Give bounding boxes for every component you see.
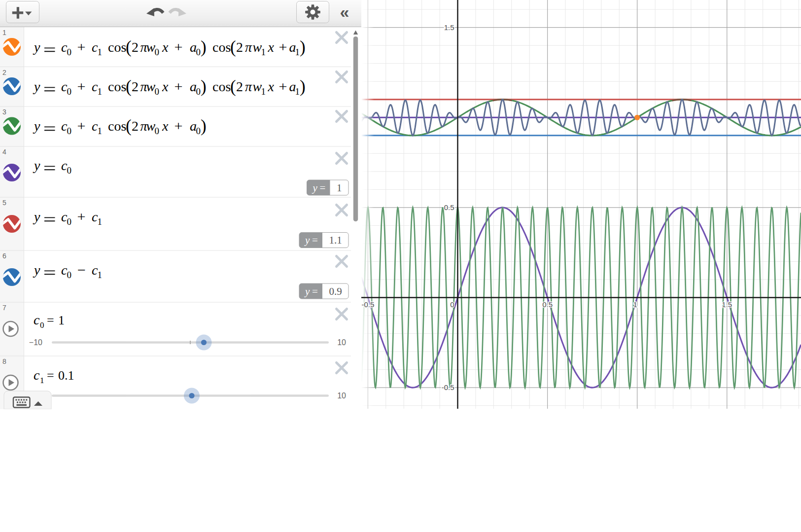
svg-text:(: ( — [230, 37, 236, 57]
svg-text:): ) — [201, 37, 207, 57]
svg-text:0: 0 — [67, 270, 72, 280]
svg-text:=: = — [47, 313, 54, 327]
svg-text:+: + — [77, 209, 86, 224]
svg-text:c: c — [34, 367, 40, 383]
svg-text:cos: cos — [212, 79, 231, 94]
svg-text:y: y — [33, 262, 40, 278]
svg-text:0: 0 — [67, 47, 72, 57]
svg-text:0: 0 — [196, 86, 201, 97]
svg-text:cos: cos — [108, 118, 126, 134]
svg-text:0: 0 — [196, 47, 201, 57]
svg-text:0: 0 — [155, 126, 160, 136]
svg-text:y: y — [304, 234, 310, 246]
svg-text:(: ( — [230, 77, 236, 96]
svg-text:x: x — [268, 79, 275, 94]
svg-text:1: 1 — [98, 126, 103, 136]
svg-text:1: 1 — [58, 313, 65, 327]
svg-text:+: + — [77, 39, 86, 55]
svg-text:1: 1 — [261, 47, 266, 57]
svg-text:0: 0 — [67, 165, 72, 176]
svg-text:0: 0 — [155, 86, 160, 97]
svg-text:+: + — [77, 79, 86, 94]
svg-text:2: 2 — [132, 118, 139, 134]
svg-text:x: x — [162, 118, 169, 134]
svg-text:10: 10 — [337, 338, 346, 347]
svg-text:0: 0 — [196, 126, 201, 136]
svg-text:0.9: 0.9 — [329, 285, 342, 297]
svg-text:y: y — [33, 158, 40, 173]
svg-text:1: 1 — [633, 300, 637, 309]
svg-text:6: 6 — [2, 252, 6, 260]
svg-text:): ) — [300, 37, 306, 57]
svg-text:x: x — [162, 39, 169, 55]
svg-text:1: 1 — [261, 86, 266, 97]
svg-text:=: = — [320, 182, 326, 194]
svg-text:0: 0 — [155, 47, 160, 57]
svg-text:2: 2 — [2, 69, 6, 76]
svg-text:-0.5: -0.5 — [442, 383, 454, 391]
svg-text:4: 4 — [2, 148, 6, 156]
svg-text:y: y — [304, 285, 310, 297]
svg-text:(: ( — [126, 116, 132, 136]
svg-text:π: π — [245, 79, 252, 94]
svg-text:x: x — [268, 39, 275, 55]
svg-text:«: « — [340, 2, 349, 21]
svg-text:=: = — [47, 368, 54, 383]
svg-text:0: 0 — [67, 86, 72, 97]
svg-text:1: 1 — [295, 86, 300, 97]
svg-text:=: = — [312, 234, 318, 246]
svg-text:0.5: 0.5 — [444, 203, 454, 212]
svg-text:2: 2 — [236, 79, 243, 94]
svg-text:1: 1 — [98, 270, 103, 280]
svg-text:1: 1 — [40, 376, 44, 385]
svg-text:=: = — [312, 285, 318, 297]
svg-text:8: 8 — [2, 357, 6, 365]
svg-text:0: 0 — [40, 320, 44, 330]
svg-text:3: 3 — [2, 108, 6, 116]
svg-text:y: y — [33, 79, 40, 94]
svg-text:2: 2 — [236, 39, 243, 55]
svg-text:y: y — [33, 118, 40, 134]
svg-text:y: y — [33, 209, 40, 224]
svg-text:cos: cos — [108, 79, 126, 94]
svg-text:c: c — [34, 312, 40, 327]
svg-text:0: 0 — [450, 300, 454, 309]
svg-text:1: 1 — [2, 29, 6, 36]
svg-text:): ) — [201, 116, 207, 136]
svg-text:+: + — [174, 118, 183, 134]
svg-text:0.1: 0.1 — [58, 368, 74, 383]
svg-text:0.5: 0.5 — [542, 300, 553, 309]
svg-text:cos: cos — [212, 39, 231, 55]
svg-text:+: + — [279, 79, 287, 94]
svg-text:10: 10 — [337, 391, 346, 400]
svg-text:x: x — [162, 79, 169, 94]
svg-text:): ) — [201, 77, 207, 96]
svg-text:0: 0 — [67, 126, 72, 136]
svg-text:1: 1 — [98, 47, 103, 57]
svg-text:5: 5 — [2, 199, 6, 207]
svg-text:1.1: 1.1 — [329, 234, 342, 246]
svg-text:7: 7 — [2, 304, 6, 312]
svg-text:1: 1 — [98, 216, 103, 227]
svg-text:−: − — [77, 262, 86, 278]
svg-text:1: 1 — [98, 86, 103, 97]
svg-text:(: ( — [126, 37, 132, 57]
svg-text:0: 0 — [67, 216, 72, 227]
svg-text:1.5: 1.5 — [444, 23, 454, 32]
svg-text:2: 2 — [132, 39, 139, 55]
svg-text:1: 1 — [337, 182, 342, 194]
svg-text:+: + — [77, 118, 86, 134]
svg-text:-0.5: -0.5 — [361, 300, 374, 309]
svg-text:y: y — [312, 182, 318, 194]
svg-text:y: y — [33, 39, 40, 55]
svg-text:+: + — [174, 79, 183, 94]
svg-text:1: 1 — [295, 47, 300, 57]
svg-text:(: ( — [126, 77, 132, 96]
svg-text:cos: cos — [108, 39, 126, 55]
svg-text:−10: −10 — [29, 338, 42, 347]
svg-text:π: π — [245, 39, 252, 55]
svg-text:1.5: 1.5 — [722, 300, 732, 309]
svg-text:2: 2 — [132, 79, 139, 94]
svg-text:+: + — [174, 39, 183, 55]
svg-text:+: + — [279, 39, 287, 55]
